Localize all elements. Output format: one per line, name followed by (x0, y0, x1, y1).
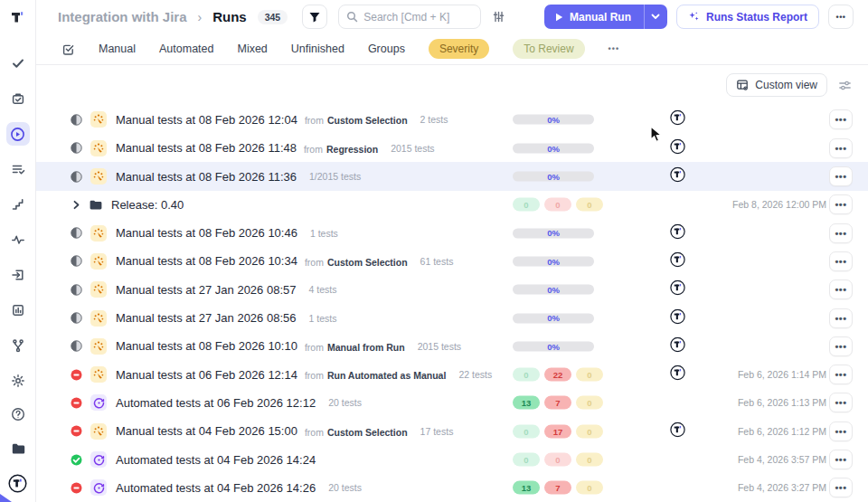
run-title[interactable]: Manual tests at 04 Feb 2026 15:00 (116, 424, 297, 438)
tab-groups[interactable]: Groups (368, 43, 405, 55)
row-menu-button[interactable]: ••• (829, 279, 853, 299)
run-row[interactable]: Automated tests at 06 Feb 2026 12:12 20 … (36, 389, 868, 417)
row-menu-button[interactable]: ••• (829, 365, 853, 384)
menu-dots: ••• (835, 171, 846, 182)
run-row[interactable]: Manual tests at 04 Feb 2026 15:00 fromCu… (36, 417, 868, 445)
run-title[interactable]: Manual tests at 08 Feb 2026 12:04 (116, 113, 297, 127)
app-logo-icon[interactable] (9, 8, 27, 30)
run-row[interactable]: Manual tests at 27 Jan 2026 08:57 4 test… (36, 276, 868, 304)
menu-dots: ••• (835, 256, 846, 267)
user-avatar[interactable] (6, 471, 30, 495)
runs-count-badge: 345 (258, 10, 288, 24)
filter-button[interactable] (302, 5, 327, 29)
row-menu-button[interactable]: ••• (829, 166, 853, 186)
run-title[interactable]: Release: 0.40 (111, 198, 184, 212)
run-title[interactable]: Manual tests at 08 Feb 2026 11:48 (116, 141, 297, 155)
search-box[interactable] (338, 5, 481, 29)
sidebar-item-plans[interactable] (6, 157, 30, 181)
assignee-avatar[interactable] (670, 167, 685, 186)
manual-run-button[interactable]: Manual Run (544, 5, 644, 29)
sidebar-item-reports[interactable] (6, 298, 30, 322)
row-menu-button[interactable]: ••• (829, 138, 853, 158)
manual-run-dropdown-button[interactable] (644, 5, 667, 29)
row-menu-button[interactable]: ••• (829, 194, 853, 214)
assignee-avatar[interactable] (670, 421, 685, 440)
assignee-avatar[interactable] (670, 110, 685, 129)
help-button[interactable] (6, 403, 30, 426)
run-row[interactable]: Release: 0.40 0 0 0 Feb 8, 2026 12:00 PM… (36, 191, 868, 219)
row-menu-button[interactable]: ••• (829, 109, 853, 129)
assignee-avatar[interactable] (670, 365, 685, 384)
header-more-button[interactable]: ••• (828, 5, 854, 29)
row-menu-button[interactable]: ••• (829, 223, 853, 243)
run-row[interactable]: Automated tests at 04 Feb 2026 14:24 0 0… (36, 445, 868, 473)
tab-severity[interactable]: Severity (429, 39, 489, 59)
view-adjustments-icon[interactable] (492, 10, 505, 24)
row-menu-button[interactable]: ••• (829, 421, 853, 441)
assignee-avatar[interactable] (670, 138, 685, 157)
assignee-avatar[interactable] (670, 251, 685, 270)
run-row[interactable]: Automated tests at 04 Feb 2026 14:26 20 … (36, 474, 868, 502)
sidebar-item-runs[interactable] (6, 122, 30, 146)
assignee-avatar[interactable] (670, 336, 685, 355)
run-row[interactable]: Manual tests at 08 Feb 2026 10:10 fromMa… (36, 332, 868, 360)
tabs-more-button[interactable]: ••• (609, 44, 619, 53)
sidebar-item-tests[interactable] (6, 52, 30, 75)
sidebar-item-settings[interactable] (6, 369, 30, 393)
run-title[interactable]: Automated tests at 06 Feb 2026 12:12 (116, 396, 316, 410)
run-title[interactable]: Manual tests at 08 Feb 2026 11:36 (116, 170, 297, 184)
run-title[interactable]: Manual tests at 08 Feb 2026 10:46 (116, 226, 297, 240)
run-source-wrap: fromRun Automated as Manual (305, 366, 446, 383)
steps-icon (11, 197, 25, 212)
progress-percent: 0% (547, 257, 560, 266)
run-row[interactable]: Manual tests at 06 Feb 2026 12:14 fromRu… (36, 361, 868, 389)
assignee-avatar[interactable] (670, 223, 685, 242)
run-row[interactable]: Manual tests at 08 Feb 2026 11:36 1/2015… (36, 162, 868, 190)
assignee-avatar[interactable] (670, 308, 685, 327)
select-all-icon[interactable] (61, 43, 75, 56)
status-inprogress-icon (71, 340, 82, 352)
row-menu-button[interactable]: ••• (829, 393, 853, 412)
run-row[interactable]: Manual tests at 08 Feb 2026 10:46 1 test… (36, 219, 868, 247)
sidebar-item-milestones[interactable] (6, 193, 30, 216)
run-title[interactable]: Automated tests at 04 Feb 2026 14:24 (116, 453, 316, 467)
tab-automated[interactable]: Automated (159, 43, 213, 55)
projects-folder-button[interactable] (6, 437, 30, 460)
manual-run-type-icon (90, 168, 107, 185)
run-title[interactable]: Manual tests at 27 Jan 2026 08:57 (116, 283, 296, 297)
run-row[interactable]: Manual tests at 08 Feb 2026 10:34 fromCu… (36, 247, 868, 275)
sidebar-item-suites[interactable] (6, 87, 30, 110)
row-menu-button[interactable]: ••• (829, 251, 853, 271)
tab-unfinished[interactable]: Unfinished (291, 43, 344, 55)
assignee-avatar[interactable] (670, 280, 685, 299)
tab-mixed[interactable]: Mixed (237, 43, 267, 55)
sidebar-item-analytics[interactable] (6, 228, 30, 251)
runs-status-report-button[interactable]: Runs Status Report (676, 5, 819, 29)
expand-chevron-icon[interactable] (71, 200, 82, 210)
row-menu-button[interactable]: ••• (829, 336, 853, 356)
run-title[interactable]: Manual tests at 27 Jan 2026 08:56 (116, 311, 296, 325)
sidebar-item-branches[interactable] (6, 334, 30, 357)
run-row[interactable]: Manual tests at 08 Feb 2026 12:04 fromCu… (36, 106, 868, 134)
run-title[interactable]: Manual tests at 08 Feb 2026 10:10 (116, 339, 297, 353)
breadcrumb-project[interactable]: Integration with Jira (58, 9, 187, 24)
run-title[interactable]: Manual tests at 08 Feb 2026 10:34 (116, 254, 297, 268)
run-title[interactable]: Automated tests at 04 Feb 2026 14:26 (116, 481, 316, 495)
row-menu-button[interactable]: ••• (829, 308, 853, 328)
status-failed-icon (71, 425, 82, 437)
run-title[interactable]: Manual tests at 06 Feb 2026 12:14 (116, 368, 297, 382)
manual-run-split-button: Manual Run (544, 5, 667, 29)
run-row[interactable]: Manual tests at 27 Jan 2026 08:56 1 test… (36, 304, 868, 332)
tab-to-review[interactable]: To Review (513, 39, 584, 59)
tab-manual[interactable]: Manual (99, 43, 136, 55)
run-source: Manual from Run (327, 342, 405, 353)
run-row[interactable]: Manual tests at 08 Feb 2026 11:48 fromRe… (36, 134, 868, 162)
row-menu-button[interactable]: ••• (829, 450, 853, 469)
menu-dots: ••• (835, 482, 846, 493)
manual-run-label: Manual Run (570, 11, 631, 24)
search-input[interactable] (363, 11, 463, 24)
custom-view-button[interactable]: Custom view (726, 73, 827, 97)
sidebar-item-pull[interactable] (6, 263, 30, 287)
columns-settings-icon[interactable] (838, 79, 852, 92)
row-menu-button[interactable]: ••• (829, 478, 853, 497)
